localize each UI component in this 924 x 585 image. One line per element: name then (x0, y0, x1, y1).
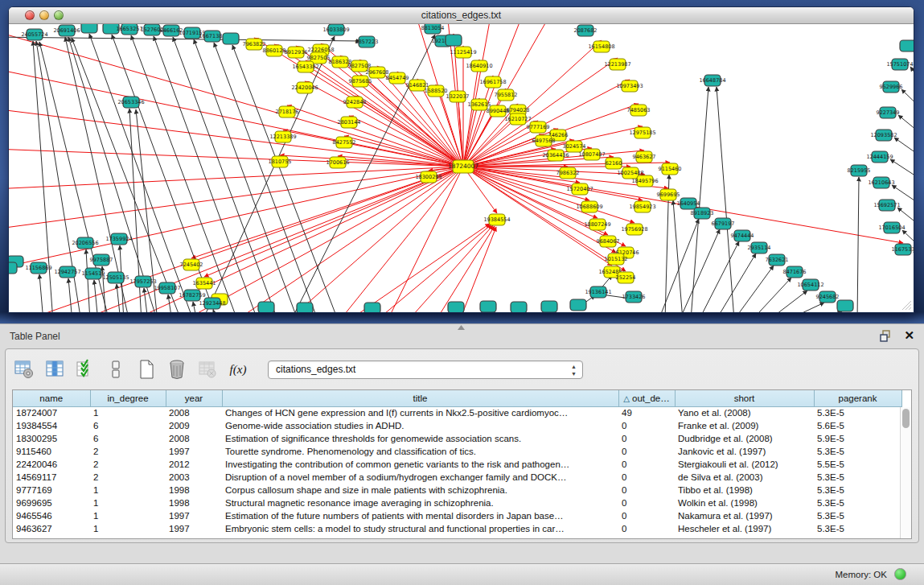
graph-node-teal[interactable]: 8918923 (691, 208, 714, 219)
table-cell[interactable]: Stergiakouli et al. (2012) (675, 458, 814, 471)
graph-node-teal[interactable]: 2087682 (574, 25, 598, 36)
table-cell[interactable]: 2 (90, 458, 166, 471)
graph-node-teal[interactable]: 20691406 (53, 25, 80, 36)
graph-edge[interactable] (673, 200, 683, 312)
graph-node-teal[interactable] (223, 33, 239, 44)
table-cell[interactable]: Tourette syndrome. Phenomenology and cla… (222, 445, 618, 458)
table-cell[interactable]: 9777169 (13, 484, 90, 496)
table-cell[interactable]: 49 (618, 406, 675, 419)
graph-edge[interactable] (459, 227, 496, 312)
graph-node-teal[interactable]: 1733426 (622, 291, 646, 303)
table-cell[interactable]: Nakamura et al. (1997) (675, 509, 814, 522)
table-cell[interactable]: 18724007 (13, 406, 90, 419)
graph-edge[interactable] (733, 266, 774, 312)
graph-node-teal[interactable] (364, 303, 380, 312)
graph-edge[interactable] (375, 225, 491, 312)
table-cell[interactable]: 2009 (166, 419, 222, 432)
graph-node-teal[interactable] (511, 302, 527, 312)
graph-node-teal[interactable] (837, 300, 853, 311)
graph-node-yellow[interactable]: 1588520 (425, 85, 448, 97)
graph-node-yellow[interactable]: 9115460 (659, 163, 682, 175)
graph-node-teal[interactable]: 19136141 (585, 286, 611, 298)
table-cell[interactable]: Disruption of a novel member of a sodium… (222, 471, 618, 484)
table-cell[interactable]: 1 (90, 522, 166, 535)
table-cell[interactable]: 19384554 (13, 419, 90, 432)
table-cell[interactable]: 0 (618, 458, 675, 471)
graph-node-teal[interactable] (258, 302, 274, 312)
graph-edge[interactable] (232, 45, 339, 312)
table-cell[interactable]: Corpus callosum shape and size in male p… (222, 484, 618, 496)
column-header-in_degree[interactable]: in_degree (90, 390, 166, 406)
graph-node-teal[interactable]: 8857223 (355, 36, 379, 47)
graph-node-yellow[interactable]: 8427552 (333, 137, 356, 148)
table-cell[interactable]: 0 (618, 419, 675, 432)
table-row[interactable]: 969969511998Structural magnetic resonanc… (13, 496, 901, 509)
graph-edge[interactable] (801, 311, 842, 312)
graph-edge[interactable] (901, 89, 914, 117)
graph-node-teal[interactable]: 16210643 (868, 177, 894, 188)
table-cell[interactable]: 5.3E-5 (814, 471, 901, 484)
table-cell[interactable]: 22420046 (13, 458, 90, 471)
graph-node-yellow[interactable]: 2718176 (276, 106, 299, 117)
graph-edge[interactable] (318, 51, 463, 167)
table-cell[interactable]: Changes of HCN gene expression and I(f) … (222, 406, 618, 419)
table-cell[interactable]: 2008 (166, 406, 222, 419)
graph-node-teal[interactable] (446, 35, 462, 46)
table-cell[interactable]: 5.3E-5 (814, 496, 901, 509)
table-cell[interactable]: 1998 (166, 496, 222, 509)
table-cell[interactable]: 5.3E-5 (814, 522, 901, 535)
graph-node-yellow[interactable]: 9242848 (343, 97, 367, 108)
graph-node-teal[interactable]: 12093582 (870, 130, 897, 141)
table-cell[interactable]: 9465546 (13, 509, 90, 522)
graph-edge[interactable] (77, 167, 463, 312)
graph-edge[interactable] (193, 302, 197, 312)
graph-node-teal[interactable] (9, 262, 17, 274)
table-cell[interactable]: 5.3E-5 (814, 484, 901, 496)
graph-node-teal[interactable]: 15751074 (886, 59, 913, 70)
show-columns-icon[interactable] (43, 357, 67, 381)
window-resize-grip[interactable] (901, 299, 912, 311)
graph-node-yellow[interactable]: 1635441 (193, 278, 216, 289)
graph-node-teal[interactable]: 9975887 (90, 254, 113, 266)
graph-node-teal[interactable]: 17016504 (878, 222, 905, 233)
column-header-year[interactable]: year (166, 390, 222, 406)
graph-node-teal[interactable]: 9245682 (816, 291, 840, 303)
table-cell[interactable]: 0 (618, 522, 675, 535)
table-cell[interactable]: 5.3E-5 (814, 445, 901, 458)
table-cell[interactable]: de Silva et al. (2003) (675, 471, 814, 484)
graph-node-teal[interactable]: 19958107 (154, 282, 180, 294)
graph-node-yellow[interactable]: 7485063 (627, 105, 651, 116)
table-vertical-scrollbar[interactable] (900, 407, 911, 538)
table-cell[interactable]: 1 (90, 406, 166, 419)
graph-node-yellow[interactable]: 8912936 (285, 47, 308, 58)
graph-node-yellow[interactable]: 3024574 (563, 141, 586, 152)
table-cell[interactable]: 2003 (166, 471, 222, 484)
table-row[interactable]: 977716911998Corpus callosum shape and si… (13, 484, 901, 496)
table-row[interactable]: 1830029562008Estimation of significance … (13, 432, 901, 445)
graph-node-teal[interactable] (570, 299, 586, 311)
graph-edge[interactable] (39, 274, 43, 312)
table-cell[interactable]: 0 (618, 471, 675, 484)
dropdown-stepper-icon[interactable]: ▲▼ (571, 363, 577, 377)
graph-node-yellow[interactable]: 11125419 (450, 47, 476, 58)
graph-node-yellow[interactable]: 18807249 (584, 219, 610, 230)
graph-node-teal[interactable]: 2935114 (748, 242, 771, 253)
graph-node-teal[interactable]: 7632621 (766, 254, 789, 266)
graph-node-yellow[interactable]: 1322037 (446, 91, 470, 102)
graph-node-teal[interactable]: 9227349 (877, 107, 900, 118)
graph-node-yellow[interactable]: 10807487 (578, 149, 605, 160)
table-cell[interactable]: Investigating the contribution of common… (222, 458, 618, 471)
float-panel-icon[interactable] (880, 330, 892, 342)
graph-node-teal[interactable] (480, 301, 496, 312)
network-canvas[interactable]: 1872400779638228860128891293622226058982… (9, 24, 914, 312)
table-cell[interactable]: 2008 (166, 432, 222, 445)
column-header-pagerank[interactable]: pagerank (814, 390, 901, 406)
graph-edge[interactable] (435, 226, 495, 312)
graph-node-yellow[interactable]: 6497568 (532, 135, 556, 146)
table-row[interactable]: 1872400712008Changes of HCN gene express… (13, 406, 901, 419)
graph-node-teal[interactable] (900, 40, 914, 51)
table-cell[interactable]: 1998 (166, 484, 222, 496)
table-cell[interactable]: 2 (90, 445, 166, 458)
table-row[interactable]: 1938455462009Genome-wide association stu… (13, 419, 901, 432)
graph-edge[interactable] (894, 138, 914, 163)
